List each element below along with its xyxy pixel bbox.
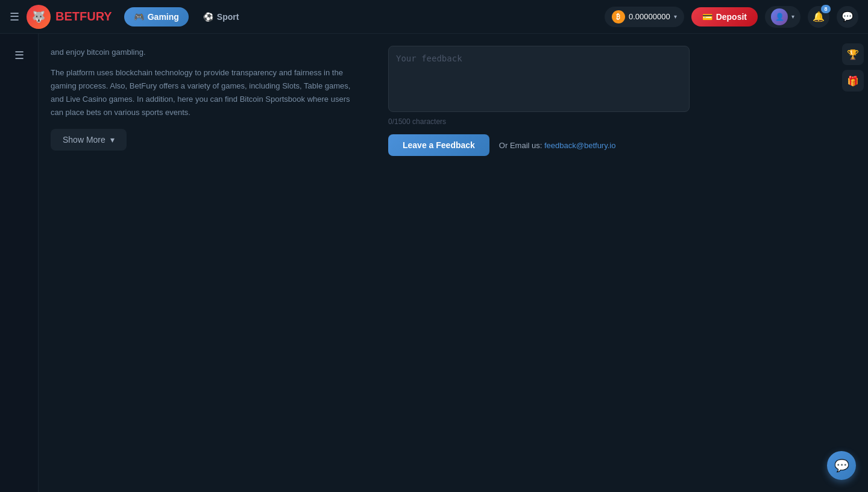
chat-button[interactable]: 💬	[837, 6, 858, 28]
header: ☰ 🐺 BETFURY 🎮 Gaming ⚽ Sport ₿ 0.0000000…	[0, 0, 868, 34]
main-content: and enjoy bitcoin gambling. The platform…	[39, 0, 838, 492]
feedback-textarea[interactable]	[388, 46, 690, 112]
feedback-col: 0/1500 characters Leave a Feedback Or Em…	[388, 46, 690, 156]
support-button[interactable]: 💬	[827, 451, 856, 480]
about-section: and enjoy bitcoin gambling. The platform…	[39, 34, 838, 168]
header-right: ₿ 0.00000000 ▾ 💳 Deposit 👤 ▾ 🔔 8 💬	[605, 6, 858, 28]
support-icon: 💬	[834, 458, 849, 473]
btc-icon: ₿	[612, 10, 625, 23]
balance-amount: 0.00000000	[629, 12, 670, 21]
sidebar-right: 🏆 🎁	[838, 34, 868, 92]
chevron-down-show-more-icon: ▾	[110, 135, 115, 145]
hamburger-menu-icon[interactable]: ☰	[10, 10, 19, 23]
trophy-icon[interactable]: 🏆	[842, 43, 864, 65]
logo-text: BETFURY	[55, 10, 112, 23]
tab-gaming[interactable]: 🎮 Gaming	[124, 7, 189, 26]
sidebar-icon-menu[interactable]: ☰	[7, 43, 31, 67]
logo-icon: 🐺	[27, 5, 51, 29]
about-text-col: and enjoy bitcoin gambling. The platform…	[51, 46, 364, 156]
chevron-down-icon: ▾	[674, 13, 677, 20]
about-para-2: The platform uses blockchain technology …	[51, 66, 364, 119]
char-count: 0/1500 characters	[388, 117, 690, 126]
notification-button[interactable]: 🔔 8	[808, 6, 829, 28]
email-label: Or Email us: feedback@betfury.io	[499, 141, 616, 150]
balance-pill[interactable]: ₿ 0.00000000 ▾	[605, 7, 684, 27]
about-para-1: and enjoy bitcoin gambling.	[51, 46, 364, 59]
leave-feedback-button[interactable]: Leave a Feedback	[388, 134, 489, 156]
sport-icon: ⚽	[203, 12, 213, 22]
feedback-actions: Leave a Feedback Or Email us: feedback@b…	[388, 134, 690, 156]
show-more-button[interactable]: Show More ▾	[51, 129, 127, 151]
main-nav: 🎮 Gaming ⚽ Sport	[124, 7, 249, 26]
avatar-pill[interactable]: 👤 ▾	[765, 6, 800, 28]
logo[interactable]: 🐺 BETFURY	[27, 5, 112, 29]
email-link[interactable]: feedback@betfury.io	[544, 141, 615, 150]
deposit-icon: 💳	[702, 12, 712, 22]
avatar: 👤	[771, 8, 788, 25]
tab-sport[interactable]: ⚽ Sport	[193, 7, 249, 26]
deposit-button[interactable]: 💳 Deposit	[691, 7, 758, 26]
notification-badge: 8	[821, 5, 831, 13]
sidebar-left: ☰	[0, 34, 39, 492]
gaming-icon: 🎮	[134, 12, 144, 22]
gift-icon[interactable]: 🎁	[842, 70, 864, 92]
avatar-chevron-icon: ▾	[791, 13, 794, 20]
